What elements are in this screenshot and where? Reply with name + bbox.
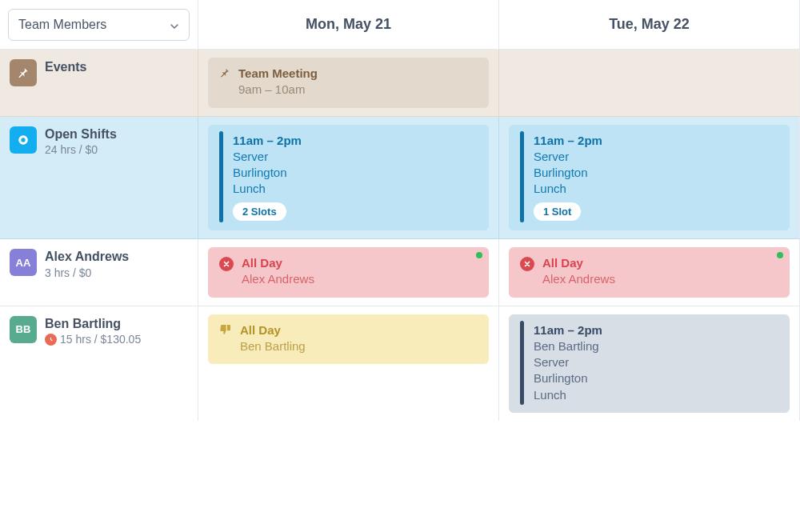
day-label: Tue, May 22 bbox=[609, 16, 690, 33]
card-accent-bar bbox=[219, 131, 223, 223]
event-card[interactable]: Team Meeting 9am – 10am bbox=[208, 58, 489, 108]
shift-location: Burlington bbox=[233, 165, 302, 181]
day-header-tue: Tue, May 22 bbox=[499, 0, 800, 50]
pin-icon bbox=[219, 66, 230, 82]
events-tue-cell[interactable] bbox=[499, 50, 800, 117]
team-members-select[interactable]: Team Members bbox=[8, 9, 190, 41]
shift-role: Server bbox=[534, 354, 602, 370]
preference-card[interactable]: All Day Ben Bartling bbox=[208, 314, 489, 365]
pin-icon bbox=[10, 59, 37, 86]
ben-mon-cell[interactable]: All Day Ben Bartling bbox=[198, 306, 499, 421]
card-accent-bar bbox=[520, 321, 524, 405]
shift-name: Lunch bbox=[534, 387, 602, 403]
alex-mon-cell[interactable]: All Day Alex Andrews bbox=[198, 239, 499, 306]
event-time: 9am – 10am bbox=[238, 82, 318, 98]
status-dot-icon bbox=[777, 252, 783, 258]
unavailable-card[interactable]: All Day Alex Andrews bbox=[208, 247, 489, 298]
shift-name: Lunch bbox=[534, 181, 602, 197]
unavailable-card[interactable]: All Day Alex Andrews bbox=[509, 247, 790, 298]
alex-tue-cell[interactable]: All Day Alex Andrews bbox=[499, 239, 800, 306]
open-tue-cell[interactable]: 11am – 2pm Server Burlington Lunch 1 Slo… bbox=[499, 117, 800, 240]
events-title: Events bbox=[45, 59, 86, 76]
shift-location: Burlington bbox=[534, 370, 602, 386]
shift-card[interactable]: 11am – 2pm Ben Bartling Server Burlingto… bbox=[509, 314, 790, 413]
open-shifts-sub: 24 hrs / $0 bbox=[45, 142, 117, 157]
events-mon-cell[interactable]: Team Meeting 9am – 10am bbox=[198, 50, 499, 117]
day-label: Mon, May 21 bbox=[306, 16, 391, 33]
member-name: Alex Andrews bbox=[45, 249, 129, 266]
open-shifts-title: Open Shifts bbox=[45, 126, 117, 143]
member-sub: 15 hrs / $130.05 bbox=[60, 332, 141, 346]
open-shifts-row-side: Open Shifts 24 hrs / $0 bbox=[0, 117, 198, 240]
shift-time: 11am – 2pm bbox=[534, 133, 602, 149]
clock-icon bbox=[45, 334, 57, 346]
shift-member: Ben Bartling bbox=[534, 338, 602, 354]
card-sub: Alex Andrews bbox=[242, 271, 314, 287]
thumbs-down-icon bbox=[219, 323, 232, 340]
member-row-alex[interactable]: AA Alex Andrews 3 hrs / $0 bbox=[0, 239, 198, 306]
card-sub: Ben Bartling bbox=[240, 338, 306, 354]
slots-pill[interactable]: 1 Slot bbox=[534, 202, 581, 222]
open-mon-cell[interactable]: 11am – 2pm Server Burlington Lunch 2 Slo… bbox=[198, 117, 499, 240]
avatar-initials: BB bbox=[16, 323, 31, 335]
card-accent-bar bbox=[520, 131, 524, 223]
shift-time: 11am – 2pm bbox=[233, 133, 302, 149]
member-sub: 3 hrs / $0 bbox=[45, 266, 129, 280]
open-shift-icon bbox=[10, 126, 37, 154]
filter-label: Team Members bbox=[18, 18, 106, 32]
ben-tue-cell[interactable]: 11am – 2pm Ben Bartling Server Burlingto… bbox=[499, 306, 800, 421]
filter-cell: Team Members bbox=[0, 0, 198, 50]
card-title: All Day bbox=[242, 255, 314, 271]
slots-pill[interactable]: 2 Slots bbox=[233, 202, 286, 222]
events-row-side: Events bbox=[0, 50, 198, 117]
open-shift-card[interactable]: 11am – 2pm Server Burlington Lunch 2 Slo… bbox=[208, 125, 489, 231]
card-sub: Alex Andrews bbox=[542, 271, 615, 287]
shift-name: Lunch bbox=[233, 181, 302, 197]
shift-time: 11am – 2pm bbox=[534, 322, 602, 338]
svg-point-1 bbox=[21, 138, 25, 142]
shift-role: Server bbox=[233, 149, 302, 165]
day-header-mon: Mon, May 21 bbox=[198, 0, 499, 50]
member-name: Ben Bartling bbox=[45, 316, 141, 333]
card-title: All Day bbox=[240, 322, 306, 338]
avatar-initials: AA bbox=[16, 257, 31, 269]
shift-location: Burlington bbox=[534, 165, 602, 181]
shift-role: Server bbox=[534, 149, 602, 165]
member-row-ben[interactable]: BB Ben Bartling 15 hrs / $130.05 bbox=[0, 306, 198, 421]
avatar: BB bbox=[10, 316, 37, 343]
close-circle-icon bbox=[520, 257, 534, 271]
avatar: AA bbox=[10, 249, 37, 276]
chevron-down-icon bbox=[170, 20, 179, 30]
close-circle-icon bbox=[219, 257, 234, 271]
card-title: All Day bbox=[542, 255, 615, 271]
status-dot-icon bbox=[476, 252, 482, 258]
open-shift-card[interactable]: 11am – 2pm Server Burlington Lunch 1 Slo… bbox=[509, 125, 790, 231]
event-title: Team Meeting bbox=[238, 66, 318, 82]
